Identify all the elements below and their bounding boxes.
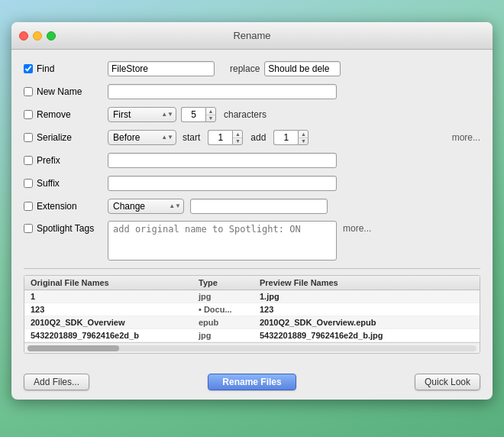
col-header-original: Original File Names [31,278,199,287]
table-row[interactable]: 2010Q2_SDK_Overview epub 2010Q2_SDK_Over… [24,316,480,329]
remove-label[interactable]: Remove [24,109,108,120]
cell-original: 2010Q2_SDK_Overview [31,318,199,327]
col-header-preview: Preview File Names [260,278,473,287]
col-header-type: Type [199,278,260,287]
minimize-button[interactable] [33,31,42,40]
extension-select-wrapper: Change Remove Add ▲▼ [108,199,184,214]
spotlight-checkbox[interactable] [24,224,33,233]
cell-preview: 123 [260,305,473,314]
divider [24,268,480,269]
serialize-add-stepper[interactable]: ▲ ▼ [298,130,309,145]
suffix-label[interactable]: Suffix [24,178,108,189]
window-controls [19,31,56,40]
stepper-down-icon[interactable]: ▼ [206,115,215,122]
replace-input[interactable] [264,61,341,76]
find-input[interactable] [108,61,215,76]
scrollbar-track [27,345,477,351]
serialize-label[interactable]: Serialize [24,132,108,143]
find-row: Find replace [24,60,480,77]
extension-value-input[interactable] [190,199,328,214]
serialize-add-group: ▲ ▼ [273,130,309,145]
quick-look-button[interactable]: Quick Look [415,374,480,390]
serialize-position-select-wrapper: Before After ▲▼ [108,130,176,145]
bottom-bar: Add Files... Rename Files Quick Look [11,367,493,400]
spotlight-textarea[interactable] [108,221,337,261]
find-label[interactable]: Find [24,63,108,74]
cell-original: 1 [31,292,199,301]
cell-preview: 1.jpg [260,292,473,301]
cell-preview: 2010Q2_SDK_Overview.epub [260,318,473,327]
remove-count-group: ▲ ▼ [181,107,216,122]
prefix-label[interactable]: Prefix [24,155,108,166]
remove-checkbox[interactable] [24,110,33,119]
spotlight-more-link[interactable]: more... [343,223,371,234]
suffix-checkbox[interactable] [24,179,33,188]
table-row[interactable]: 1 jpg 1.jpg [24,290,480,303]
cell-type: jpg [199,292,260,301]
suffix-row: Suffix [24,175,480,192]
table-header: Original File Names Type Preview File Na… [24,276,480,290]
new-name-row: New Name [24,83,480,100]
table-row[interactable]: 123 • Docu... 123 [24,303,480,316]
find-checkbox[interactable] [24,64,33,73]
remove-position-select[interactable]: First Last [108,107,176,122]
serialize-checkbox[interactable] [24,133,33,142]
serialize-row: Serialize Before After ▲▼ start ▲ ▼ add [24,129,480,146]
table-row[interactable]: 5432201889_7962416e2d_b jpg 5432201889_7… [24,329,480,342]
spotlight-row: Spotlight Tags more... [24,221,480,261]
serialize-start-group: ▲ ▼ [208,130,243,145]
remove-unit-label: characters [224,109,267,120]
serialize-start-stepper[interactable]: ▲ ▼ [232,130,243,145]
close-button[interactable] [19,31,28,40]
remove-count-stepper[interactable]: ▲ ▼ [205,107,216,122]
add-files-button[interactable]: Add Files... [24,374,89,390]
cell-type: epub [199,318,260,327]
maximize-button[interactable] [47,31,56,40]
serialize-more-link[interactable]: more... [452,132,480,143]
rename-window: Rename Find replace New Name Remov [11,22,493,400]
new-name-checkbox[interactable] [24,87,33,96]
titlebar: Rename [11,22,493,50]
cell-type: • Docu... [199,305,260,314]
cell-preview: 5432201889_7962416e2d_b.jpg [260,331,473,340]
serialize-add-input[interactable] [273,130,298,145]
prefix-row: Prefix [24,152,480,169]
window-title: Rename [233,30,270,41]
prefix-input[interactable] [108,153,337,168]
serialize-start-input[interactable] [208,130,232,145]
replace-label: replace [230,63,260,74]
suffix-input[interactable] [108,176,337,191]
new-name-input[interactable] [108,84,337,99]
stepper-down-icon[interactable]: ▼ [233,138,242,145]
remove-count-input[interactable] [181,107,205,122]
scrollbar-thumb[interactable] [27,345,119,351]
stepper-down-icon[interactable]: ▼ [299,138,308,145]
stepper-up-icon[interactable]: ▲ [299,131,308,138]
cell-type: jpg [199,331,260,340]
extension-row: Extension Change Remove Add ▲▼ [24,198,480,215]
serialize-start-label: start [183,132,200,143]
stepper-up-icon[interactable]: ▲ [206,108,215,115]
serialize-position-select[interactable]: Before After [108,130,176,145]
file-table: Original File Names Type Preview File Na… [24,275,480,354]
serialize-add-label: add [250,132,266,143]
rename-files-button[interactable]: Rename Files [208,374,296,390]
scrollbar-area[interactable] [24,342,480,353]
extension-label[interactable]: Extension [24,201,108,212]
remove-row: Remove First Last ▲▼ ▲ ▼ characters [24,106,480,123]
prefix-checkbox[interactable] [24,156,33,165]
stepper-up-icon[interactable]: ▲ [233,131,242,138]
extension-select[interactable]: Change Remove Add [108,199,184,214]
cell-original: 5432201889_7962416e2d_b [31,331,199,340]
form-content: Find replace New Name Remove First L [11,50,493,367]
remove-position-select-wrapper: First Last ▲▼ [108,107,176,122]
new-name-label[interactable]: New Name [24,86,108,97]
spotlight-label[interactable]: Spotlight Tags [24,221,108,234]
extension-checkbox[interactable] [24,202,33,211]
cell-original: 123 [31,305,199,314]
